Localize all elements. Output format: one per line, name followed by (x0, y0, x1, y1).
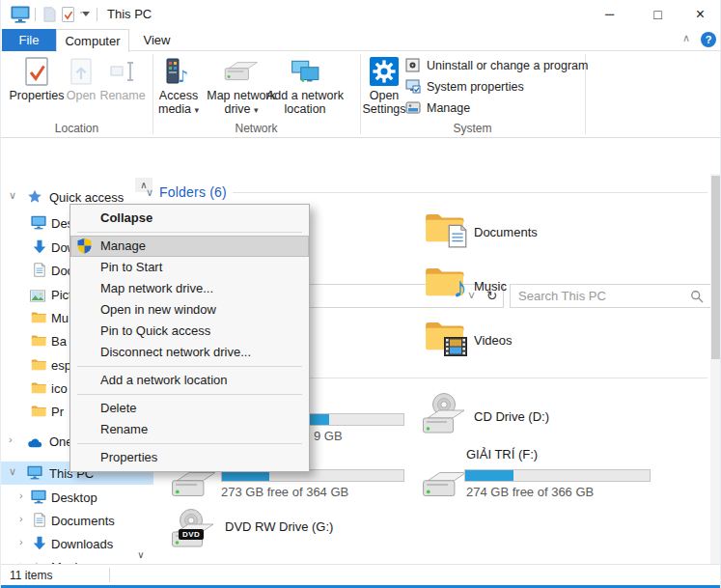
uac-shield-icon (76, 238, 93, 254)
sidebar-item-label: Downloads (51, 537, 113, 551)
rename-button[interactable]: Rename (97, 54, 148, 102)
uninstall-program-button[interactable]: Uninstall or change a program (405, 57, 585, 76)
qat-customize-dropdown-icon[interactable] (80, 12, 91, 16)
menu-item-collapse[interactable]: Collapse (70, 208, 309, 229)
desktop-icon (31, 215, 46, 230)
chevron-expanded-icon[interactable]: ∨ (9, 189, 16, 202)
menu-item-manage[interactable]: Manage (70, 236, 309, 257)
music-note-overlay-icon: ♪ (453, 273, 467, 302)
drive-label[interactable]: CD Drive (D:) (474, 409, 549, 424)
drive-icon (422, 408, 466, 435)
open-settings-button[interactable]: Open Settings (360, 54, 408, 116)
videos-folder-tile-icon[interactable] (424, 318, 464, 352)
add-location-label-1: Add a network (266, 89, 344, 102)
cd-drive-icon[interactable] (422, 392, 468, 436)
qat-new-folder-icon[interactable] (43, 7, 56, 22)
section-chevron-icon[interactable]: ∨ (146, 186, 153, 199)
add-network-location-icon (263, 54, 347, 89)
access-media-icon: ♪ (153, 54, 205, 89)
this-pc-window-icon (11, 6, 30, 23)
main-scrollbar[interactable] (710, 174, 721, 564)
menu-item-rename[interactable]: Rename (70, 419, 309, 440)
drive-label[interactable]: GIẢI TRÍ (F:) (466, 447, 538, 462)
chevron-collapsed-icon[interactable]: › (9, 434, 13, 445)
uninstall-label: Uninstall or change a program (427, 59, 588, 72)
dropdown-icon: ▾ (195, 105, 200, 115)
drive-free-space: 274 GB free of 366 GB (466, 485, 594, 499)
menu-item-pin-to-start[interactable]: Pin to Start (70, 257, 309, 278)
group-label-system: System (360, 122, 585, 135)
menu-item-properties[interactable]: Properties (70, 447, 309, 468)
system-properties-icon (405, 79, 421, 95)
folder-tile-label[interactable]: Music (474, 279, 507, 294)
film-overlay-icon (444, 337, 467, 356)
this-pc-icon (27, 465, 42, 480)
ribbon-group-location: Properties Open Rename (1, 51, 153, 137)
desktop-icon (31, 490, 46, 504)
close-button[interactable]: × (679, 0, 721, 29)
downloads-icon (32, 239, 47, 254)
open-icon (65, 54, 97, 89)
menu-item-map-network-drive[interactable]: Map network drive... (70, 278, 309, 299)
qat-properties-icon[interactable] (62, 7, 74, 22)
sidebar-item-label: Desktop (51, 490, 97, 505)
tab-view[interactable]: View (129, 29, 184, 51)
menu-item-add-network-location[interactable]: Add a network location (70, 370, 309, 391)
chevron-collapsed-icon[interactable]: › (19, 490, 23, 501)
folder-icon (31, 310, 46, 324)
group-label-location: Location (1, 122, 153, 135)
menu-item-disconnect-network-drive[interactable]: Disconnect network drive... (70, 342, 309, 363)
sidebar-item-pc-documents[interactable]: › Documents (1, 509, 153, 532)
menu-item-pin-to-quick-access[interactable]: Pin to Quick access (70, 321, 309, 342)
sidebar-scroll-down-icon[interactable]: ∨ (132, 547, 150, 562)
downloads-icon (32, 536, 47, 550)
chevron-expanded-icon[interactable]: ∨ (9, 465, 16, 478)
sidebar-item-label: Pr (51, 405, 64, 419)
menu-separator (77, 232, 302, 233)
system-properties-button[interactable]: System properties (405, 78, 585, 98)
sidebar-item-label: Mu (51, 311, 69, 325)
help-icon[interactable]: ? (701, 32, 716, 47)
music-folder-tile-icon[interactable]: ♪ (424, 264, 464, 298)
maximize-button[interactable]: □ (636, 0, 679, 29)
minimize-button[interactable]: ─ (588, 0, 631, 29)
menu-item-label: Manage (100, 238, 146, 253)
hard-drive-icon[interactable] (171, 470, 217, 502)
documents-folder-tile-icon[interactable] (424, 210, 464, 244)
sidebar-item-pc-music[interactable]: › ♪ Music (1, 555, 153, 564)
sidebar-item-label: ico (51, 381, 68, 396)
menu-item-delete[interactable]: Delete (70, 398, 309, 419)
tab-file[interactable]: File (2, 29, 56, 51)
chevron-collapsed-icon[interactable]: › (19, 536, 23, 547)
tab-computer[interactable]: Computer (56, 29, 129, 52)
folders-section-header[interactable]: ∨ Folders (6) (146, 184, 707, 200)
titlebar-divider-2 (97, 8, 97, 21)
manage-button[interactable]: Manage (405, 99, 585, 119)
folder-tile-label[interactable]: Videos (474, 333, 513, 348)
chevron-collapsed-icon[interactable]: › (19, 513, 23, 524)
scrollbar-thumb[interactable] (711, 176, 720, 359)
rename-icon (97, 54, 148, 89)
search-input[interactable] (518, 289, 690, 303)
sidebar-item-label: Quick access (49, 190, 124, 205)
rename-label: Rename (97, 89, 148, 102)
drive-label[interactable]: DVD RW Drive (G:) (225, 519, 333, 534)
dvd-drive-icon[interactable]: DVD (171, 508, 219, 550)
menu-item-open-in-new-window[interactable]: Open in new window (70, 299, 309, 321)
open-button[interactable]: Open (65, 54, 97, 102)
add-network-location-button[interactable]: Add a network location (263, 54, 347, 116)
sidebar-item-pc-downloads[interactable]: › Downloads (1, 532, 153, 555)
properties-button[interactable]: Properties (7, 54, 67, 102)
search-box[interactable] (510, 284, 712, 308)
access-media-button[interactable]: ♪ Access media ▾ (153, 54, 205, 117)
hard-drive-icon[interactable] (422, 470, 468, 502)
collapse-ribbon-icon[interactable]: ∧ (682, 32, 690, 44)
open-settings-label-1: Open (370, 89, 400, 102)
dvd-badge: DVD (179, 529, 204, 540)
drive-free-space: 9 GB (314, 429, 343, 443)
pictures-icon (30, 289, 45, 303)
sidebar-item-pc-desktop[interactable]: › Desktop (1, 486, 153, 509)
menu-separator (77, 443, 302, 444)
folders-header-label: Folders (6) (159, 184, 227, 200)
folder-tile-label[interactable]: Documents (474, 225, 538, 239)
